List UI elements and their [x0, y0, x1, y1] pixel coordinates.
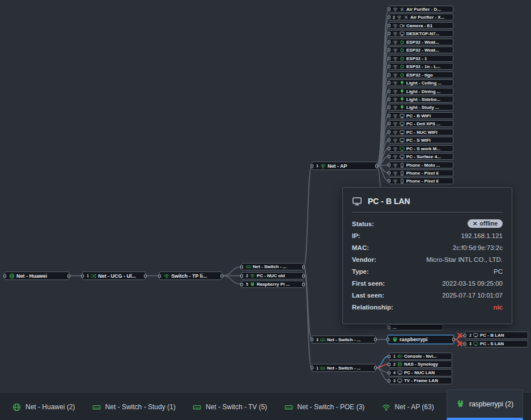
port-in	[388, 24, 390, 27]
chip-icon	[400, 48, 405, 53]
node-label: ESP32 - 1	[406, 56, 427, 61]
device-pill[interactable]: Light - Ceiling ...	[389, 79, 453, 86]
link-edge	[377, 166, 389, 181]
device-pill[interactable]: Phone - Pixel 6	[389, 169, 453, 176]
tooltip-title: PC - B LAN	[368, 197, 410, 206]
port-in	[388, 32, 390, 35]
node-net-switch-a[interactable]: Net - Switch - ...	[241, 263, 304, 270]
phone-icon	[400, 163, 405, 168]
tab-net-switch-study-1[interactable]: Net - Switch - Study (1)	[88, 394, 180, 420]
wifi-icon	[250, 273, 255, 278]
device-pill[interactable]: 2Air Purifier - X...	[389, 14, 453, 20]
device-pill[interactable]: Light - Dining ...	[389, 88, 453, 95]
device-pill[interactable]: ESP32 - tIgo	[389, 71, 453, 78]
node-label: ESP32 - Weat...	[406, 48, 439, 53]
node-net-ap[interactable]: 1Net - AP	[312, 162, 377, 170]
device-pill[interactable]: ESP32 - Weat...	[389, 39, 453, 45]
device-pill[interactable]: Air Purifier - D...	[389, 6, 453, 12]
tab-net-switch-poe-3[interactable]: Net - Switch - POE (3)	[280, 394, 369, 420]
wifi-icon	[397, 15, 402, 20]
field-value: nic	[493, 304, 503, 311]
node-label: PC - S LAN	[480, 341, 504, 346]
node-label: PC - NUC old	[257, 273, 285, 278]
node-label: TV - Frame LAN	[404, 378, 438, 383]
tab-net-switch-tv-5[interactable]: Net - Switch - TV (5)	[188, 394, 271, 420]
node-net-ucg[interactable]: 1Net - UCG - Ul...	[82, 271, 146, 280]
port-in	[311, 338, 313, 341]
phone-icon	[400, 179, 405, 184]
device-pill[interactable]: PC - NUC WIFI	[389, 129, 453, 135]
device-pill[interactable]: DESKTOP-N7...	[389, 30, 453, 37]
port-in	[240, 274, 243, 277]
wifi-icon	[393, 80, 398, 86]
node-switch-tp[interactable]: Switch - TP li...	[159, 271, 222, 280]
port-in	[240, 265, 243, 268]
wifi-icon	[382, 403, 390, 411]
port-number: 1	[393, 354, 396, 358]
node-nas[interactable]: 2NAS - Synology	[389, 360, 452, 368]
node-pc-nuc-old[interactable]: 2PC - NUC old	[241, 272, 304, 279]
device-pill[interactable]: Light - Sidebo...	[389, 96, 453, 103]
node-net-huawei[interactable]: Net - Huawei	[5, 271, 69, 280]
bulb-icon	[400, 89, 405, 94]
wifi-icon	[393, 23, 398, 28]
node-label: NAS - Synology	[404, 362, 438, 367]
device-pill[interactable]: Camera - E1	[389, 22, 453, 29]
monitor-icon	[397, 370, 402, 375]
node-label: raspberrypi	[400, 337, 428, 342]
tab-net-huawei-2[interactable]: Net - Huawei (2)	[8, 394, 79, 420]
port-in	[464, 334, 466, 337]
port-out	[220, 274, 223, 277]
device-pill[interactable]: ESP32 - 1n - L...	[389, 63, 453, 70]
tab-net-ap-63[interactable]: Net - AP (63)	[377, 394, 439, 420]
node-pc-nuc-lan[interactable]: 4PC - NUC LAN	[389, 369, 452, 376]
node-label: DESKTOP-N7...	[406, 31, 439, 36]
wifi-icon	[393, 31, 398, 36]
wifi-icon	[393, 64, 398, 69]
topology-canvas[interactable]: PC - B LAN Status:✕offlineIP:192.168.1.1…	[0, 0, 531, 420]
node-label: ESP32 - tIgo	[406, 73, 433, 78]
device-pill[interactable]: PC - S WIFI	[389, 137, 453, 143]
pc-device-icon	[352, 196, 362, 206]
fan-icon	[400, 7, 405, 12]
node-label: Air Purifier - X...	[410, 15, 444, 20]
node-raspberrypi[interactable]: raspberrypi	[388, 335, 454, 344]
port-in	[388, 172, 390, 175]
wifi-icon	[393, 56, 398, 61]
port-in	[311, 164, 313, 167]
node-pc-s-lan[interactable]: 3PC - S LAN	[465, 340, 528, 347]
port-in	[3, 274, 6, 277]
device-pill[interactable]: ESP32 - 1	[389, 55, 453, 62]
device-pill[interactable]: Phone - Moto ...	[389, 162, 453, 168]
node-label: PC - NUC LAN	[404, 370, 435, 375]
device-pill[interactable]: PC - S work M...	[389, 145, 453, 152]
wifi-icon	[393, 7, 398, 12]
node-tv-frame-lan[interactable]: 3TV - Frame LAN	[389, 377, 452, 384]
tab-raspberrypi-2[interactable]: raspberrypi (2)	[447, 389, 523, 420]
node-label: PC - B LAN	[480, 333, 504, 338]
switch-icon	[193, 403, 201, 411]
chip-icon	[400, 64, 405, 69]
node-label: PC - S work M...	[406, 146, 440, 151]
node-console[interactable]: 1Console - Nvi...	[389, 353, 452, 360]
field-value: 2025-07-17 10:01:07	[442, 292, 503, 299]
device-pill[interactable]: PC - Surface 4...	[389, 153, 453, 160]
device-pill[interactable]: ESP32 - Weat...	[389, 46, 453, 53]
node-partial-pill[interactable]: ...	[389, 324, 443, 330]
port-number: 2	[393, 362, 396, 366]
field-label: Relationship:	[352, 304, 393, 311]
node-net-switch-c[interactable]: 1Net - Switch - ...	[312, 364, 376, 372]
port-out	[67, 274, 70, 277]
device-pill[interactable]: PC - Dell XPS ...	[389, 120, 453, 127]
device-pill[interactable]: Light - Study ...	[389, 104, 453, 111]
device-pill[interactable]: Phone - Pixel 6	[389, 177, 453, 184]
node-pc-b-lan[interactable]: 2PC - B LAN	[465, 332, 528, 339]
node-raspberry-pi-wifi[interactable]: 5Raspberry Pi ...	[241, 281, 304, 288]
node-net-switch-b[interactable]: 3Net - Switch - ...	[312, 336, 376, 343]
field-value: Micro-Star INTL CO., LTD.	[426, 256, 503, 263]
wifi-icon	[393, 40, 398, 45]
device-pill[interactable]: PC - B WIFI	[389, 112, 453, 119]
node-label: PC - Surface 4...	[406, 154, 441, 159]
field-label: IP:	[352, 232, 360, 239]
monitor-icon	[473, 333, 478, 338]
